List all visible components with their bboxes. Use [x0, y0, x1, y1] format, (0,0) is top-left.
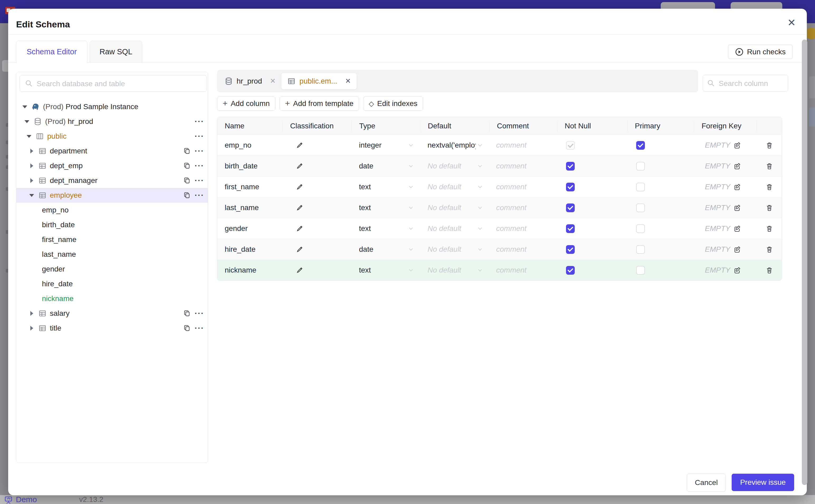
copy-icon[interactable]: [183, 162, 191, 170]
comment-input[interactable]: comment: [496, 162, 527, 170]
caret-down-icon[interactable]: [26, 135, 32, 138]
tab-schema-editor[interactable]: Schema Editor: [16, 41, 87, 63]
type-select[interactable]: text: [351, 183, 420, 191]
demo-link[interactable]: Demo: [4, 495, 37, 504]
default-select[interactable]: nextval('employ: [420, 141, 489, 149]
not-null-checkbox[interactable]: [566, 183, 575, 191]
caret-down-icon[interactable]: [22, 105, 28, 108]
type-select[interactable]: text: [351, 203, 420, 212]
primary-checkbox[interactable]: [636, 183, 645, 191]
tree-item-title[interactable]: title···: [16, 321, 208, 336]
caret-right-icon[interactable]: [29, 311, 35, 316]
pencil-icon[interactable]: [296, 183, 303, 191]
edit-foreign-key-icon[interactable]: [733, 141, 741, 149]
default-select[interactable]: No default: [420, 183, 489, 191]
comment-input[interactable]: comment: [496, 224, 527, 233]
trash-icon[interactable]: [765, 203, 774, 212]
copy-icon[interactable]: [183, 177, 191, 185]
copy-icon[interactable]: [183, 324, 191, 332]
tree-item-department[interactable]: department···: [16, 144, 208, 158]
cancel-button[interactable]: Cancel: [687, 474, 726, 492]
primary-checkbox[interactable]: [636, 203, 645, 212]
column-name-cell[interactable]: gender: [217, 224, 282, 233]
default-select[interactable]: No default: [420, 245, 489, 254]
primary-checkbox[interactable]: [636, 266, 645, 275]
more-options-icon[interactable]: ···: [195, 309, 204, 317]
trash-icon[interactable]: [765, 183, 774, 191]
comment-input[interactable]: comment: [496, 203, 527, 212]
tree-item-emp_no[interactable]: emp_no: [16, 203, 208, 217]
editor-tab-hr-prod[interactable]: hr_prod ✕: [219, 73, 281, 89]
column-name-cell[interactable]: last_name: [217, 203, 282, 212]
tree-item-salary[interactable]: salary···: [16, 306, 208, 321]
comment-input[interactable]: comment: [496, 183, 527, 191]
column-name-cell[interactable]: nickname: [217, 266, 282, 274]
type-select[interactable]: integer: [351, 141, 420, 149]
more-options-icon[interactable]: ···: [195, 147, 204, 155]
column-name-cell[interactable]: birth_date: [217, 162, 282, 170]
comment-input[interactable]: comment: [496, 245, 527, 254]
tree-search-input[interactable]: [36, 75, 203, 92]
column-name-cell[interactable]: emp_no: [217, 141, 282, 149]
more-options-icon[interactable]: ···: [195, 324, 204, 332]
more-options-icon[interactable]: ···: [195, 118, 204, 125]
editor-tab-public-employee[interactable]: public.em... ✕: [281, 73, 356, 89]
more-options-icon[interactable]: ···: [195, 132, 204, 140]
run-checks-button[interactable]: Run checks: [728, 45, 793, 59]
tree-item-hr_prod[interactable]: (Prod)hr_prod···: [16, 114, 208, 129]
trash-icon[interactable]: [765, 162, 774, 170]
not-null-checkbox[interactable]: [566, 245, 575, 254]
edit-foreign-key-icon[interactable]: [733, 183, 741, 191]
edit-foreign-key-icon[interactable]: [733, 224, 741, 233]
default-select[interactable]: No default: [420, 203, 489, 212]
tree-item-first_name[interactable]: first_name: [16, 232, 208, 247]
pencil-icon[interactable]: [296, 225, 303, 232]
more-options-icon[interactable]: ···: [195, 162, 204, 170]
pencil-icon[interactable]: [296, 141, 303, 149]
column-search-input[interactable]: [718, 75, 785, 92]
trash-icon[interactable]: [765, 245, 774, 254]
add-from-template-button[interactable]: + Add from template: [279, 96, 359, 111]
trash-icon[interactable]: [765, 141, 774, 149]
not-null-checkbox[interactable]: [566, 224, 575, 233]
type-select[interactable]: text: [351, 266, 420, 274]
pencil-icon[interactable]: [296, 266, 303, 274]
tree-item-birth_date[interactable]: birth_date: [16, 217, 208, 232]
primary-checkbox[interactable]: [636, 141, 645, 150]
more-options-icon[interactable]: ···: [195, 177, 204, 185]
tab-raw-sql[interactable]: Raw SQL: [90, 41, 142, 63]
default-select[interactable]: No default: [420, 162, 489, 170]
tree-item-hire_date[interactable]: hire_date: [16, 277, 208, 291]
preview-issue-button[interactable]: Preview issue: [732, 474, 794, 491]
primary-checkbox[interactable]: [636, 224, 645, 233]
close-icon[interactable]: ✕: [787, 18, 796, 28]
default-select[interactable]: No default: [420, 266, 489, 274]
caret-right-icon[interactable]: [29, 326, 35, 331]
comment-input[interactable]: comment: [496, 141, 527, 149]
tree-item-dept_emp[interactable]: dept_emp···: [16, 158, 208, 173]
edit-indexes-button[interactable]: ◇ Edit indexes: [363, 96, 423, 111]
not-null-checkbox[interactable]: [566, 203, 575, 212]
close-tab-icon[interactable]: ✕: [345, 77, 351, 85]
not-null-checkbox[interactable]: [566, 266, 575, 275]
caret-down-icon[interactable]: [29, 194, 35, 197]
close-tab-icon[interactable]: ✕: [270, 77, 276, 85]
caret-down-icon[interactable]: [24, 120, 30, 123]
tree-item-nickname[interactable]: nickname: [16, 291, 208, 306]
tree-item-last_name[interactable]: last_name: [16, 247, 208, 262]
caret-right-icon[interactable]: [29, 178, 35, 183]
comment-input[interactable]: comment: [496, 266, 527, 274]
tree-item-gender[interactable]: gender: [16, 262, 208, 277]
pencil-icon[interactable]: [296, 245, 303, 253]
column-name-cell[interactable]: first_name: [217, 183, 282, 191]
caret-right-icon[interactable]: [29, 149, 35, 153]
not-null-checkbox[interactable]: [566, 162, 575, 171]
default-select[interactable]: No default: [420, 224, 489, 233]
edit-foreign-key-icon[interactable]: [733, 266, 741, 274]
dialog-scrollbar[interactable]: [802, 40, 807, 485]
copy-icon[interactable]: [183, 147, 191, 155]
more-options-icon[interactable]: ···: [195, 191, 204, 199]
pencil-icon[interactable]: [296, 204, 303, 212]
copy-icon[interactable]: [183, 191, 191, 199]
tree-item-public[interactable]: public···: [16, 129, 208, 144]
